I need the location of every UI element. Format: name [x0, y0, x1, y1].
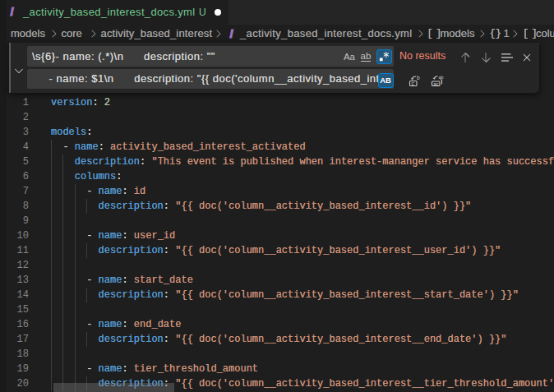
svg-text:ac: ac — [433, 81, 438, 86]
svg-text:b: b — [417, 75, 420, 81]
svg-text:ab: ab — [439, 75, 444, 80]
